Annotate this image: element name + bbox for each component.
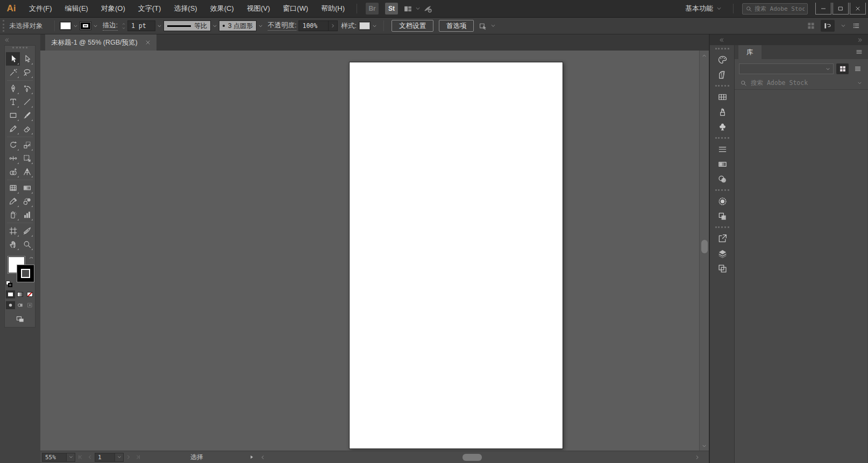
menu-item-7[interactable]: 窗口(W) (276, 0, 315, 17)
screen-mode-button[interactable] (5, 315, 35, 324)
panel-button-appearance[interactable] (710, 194, 735, 209)
opacity-panel-link[interactable]: 不透明度: (268, 21, 296, 31)
scroll-up-button[interactable] (700, 52, 709, 59)
stroke-weight-stepper[interactable] (121, 22, 126, 30)
control-panel-menu-icon[interactable] (852, 22, 860, 30)
vertical-scrollbar[interactable] (699, 51, 709, 451)
document-setup-button[interactable]: 文档设置 (392, 20, 433, 32)
library-content-area[interactable] (735, 102, 868, 463)
fill-color-swatch[interactable] (60, 22, 72, 30)
preferences-button[interactable]: 首选项 (439, 20, 474, 32)
library-search-box[interactable] (735, 76, 868, 90)
zoom-dropdown-button[interactable] (67, 453, 75, 462)
collapse-tools-icon[interactable] (4, 37, 10, 43)
tool-lasso[interactable] (20, 66, 34, 79)
stroke-weight-field[interactable]: 1 pt (127, 20, 155, 31)
graphic-style-swatch[interactable] (359, 22, 371, 30)
scroll-down-button[interactable] (700, 442, 709, 450)
opacity-field[interactable]: 100% (298, 20, 329, 31)
panel-button-color[interactable] (710, 52, 735, 67)
stroke-panel-link[interactable]: 描边: (103, 21, 118, 31)
tab-libraries[interactable]: 库 (738, 45, 762, 59)
draw-normal-button[interactable] (6, 301, 15, 309)
panel-button-gradient[interactable] (710, 156, 735, 172)
menu-item-2[interactable]: 对象(O) (95, 0, 132, 17)
chevron-down-icon[interactable] (415, 5, 421, 12)
gradient-button[interactable] (16, 290, 25, 298)
tool-mesh[interactable] (6, 181, 20, 195)
panel-button-stroke[interactable] (710, 141, 735, 156)
panel-group-grip[interactable] (715, 226, 729, 230)
status-menu-button[interactable] (247, 453, 256, 462)
horizontal-scrollbar-track[interactable] (267, 453, 693, 462)
tools-panel-grip[interactable] (12, 47, 27, 52)
close-button[interactable] (850, 3, 866, 15)
last-artboard-button[interactable] (133, 453, 143, 462)
gpu-performance-icon[interactable] (423, 4, 432, 13)
draw-behind-button[interactable] (16, 301, 25, 309)
chevron-down-icon[interactable] (211, 21, 219, 31)
library-select-dropdown[interactable] (739, 63, 834, 74)
artboard-dropdown-button[interactable] (115, 453, 124, 462)
grid-view-button[interactable] (836, 63, 849, 74)
tool-paintbrush[interactable] (20, 109, 34, 122)
menu-item-0[interactable]: 文件(F) (23, 0, 59, 17)
panel-button-brushes[interactable] (710, 104, 735, 119)
panel-button-graphic-styles[interactable] (710, 209, 735, 224)
panel-button-transparency[interactable] (710, 172, 735, 187)
tool-type[interactable] (6, 95, 20, 109)
tool-shaper[interactable] (6, 122, 20, 136)
first-artboard-button[interactable] (75, 453, 85, 462)
none-button[interactable] (25, 290, 34, 298)
document-tab[interactable]: 未标题-1 @ 55% (RGB/预览) (45, 34, 156, 51)
menu-item-3[interactable]: 文字(T) (132, 0, 168, 17)
chevron-down-icon[interactable] (257, 21, 265, 31)
chevron-down-icon[interactable] (857, 80, 863, 86)
stepper-up-icon[interactable] (121, 22, 126, 26)
stepper-down-icon[interactable] (121, 26, 126, 30)
chevron-down-icon[interactable] (155, 21, 163, 31)
chevron-down-icon[interactable] (91, 21, 99, 31)
width-profile-dropdown[interactable]: 等比 (163, 20, 211, 31)
panel-group-grip[interactable] (715, 48, 729, 51)
artboard[interactable] (349, 62, 563, 449)
default-fill-stroke-icon[interactable] (6, 281, 13, 288)
panel-group-grip[interactable] (715, 189, 729, 193)
zoom-level-field[interactable]: 55% (42, 453, 67, 462)
horizontal-scrollbar-thumb[interactable] (463, 454, 482, 461)
tab-close-icon[interactable] (145, 40, 151, 45)
tool-rotate[interactable] (6, 138, 20, 152)
tool-eraser[interactable] (20, 122, 34, 136)
stock-button[interactable]: St (385, 3, 398, 15)
maximize-button[interactable] (833, 3, 849, 15)
tool-width[interactable] (6, 152, 20, 165)
artboard-number-field[interactable]: 1 (95, 453, 115, 462)
panel-button-layers[interactable] (710, 246, 735, 261)
tool-direct-selection[interactable] (20, 52, 34, 66)
tool-slice[interactable] (20, 224, 34, 238)
tool-scale[interactable] (20, 138, 34, 152)
stroke-proxy[interactable] (17, 265, 34, 282)
menu-item-1[interactable]: 编辑(E) (59, 0, 95, 17)
panel-button-asset-export[interactable] (710, 231, 735, 246)
next-artboard-button[interactable] (124, 453, 133, 462)
minimize-button[interactable] (815, 3, 831, 15)
brush-definition-dropdown[interactable]: 3 点圆形 (219, 20, 257, 31)
tool-shape-builder[interactable] (6, 165, 20, 179)
color-button[interactable] (6, 290, 15, 298)
control-bar-grip[interactable] (3, 20, 6, 32)
tool-eyedropper[interactable] (6, 195, 20, 208)
tool-free-transform[interactable] (20, 152, 34, 165)
panel-menu-icon[interactable] (855, 48, 863, 56)
chevron-down-icon[interactable] (371, 21, 379, 31)
tool-column-graph[interactable] (20, 208, 34, 222)
align-options-icon[interactable] (479, 22, 488, 31)
menu-item-4[interactable]: 选择(S) (167, 0, 203, 17)
tool-curvature[interactable] (20, 82, 34, 95)
opacity-flyout-button[interactable] (329, 20, 338, 31)
arrange-documents-icon[interactable] (403, 4, 412, 13)
bridge-button[interactable]: Br (366, 3, 379, 15)
canvas[interactable] (40, 51, 699, 451)
list-view-button[interactable] (851, 63, 864, 74)
horizontal-scrollbar[interactable] (258, 453, 701, 462)
